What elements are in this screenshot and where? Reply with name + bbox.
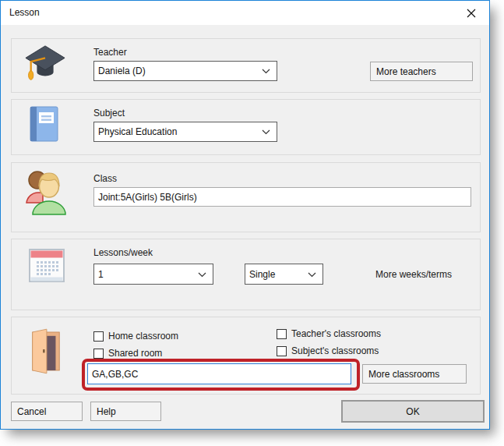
chevron-down-icon (308, 272, 316, 278)
more-teachers-button[interactable]: More teachers (370, 62, 473, 81)
ok-button[interactable]: OK (341, 400, 485, 423)
lessons-week-section: Lessons/week 1 Single More weeks/terms (11, 239, 481, 310)
lessons-count-combobox[interactable]: 1 (93, 264, 213, 285)
home-classroom-label: Home classroom (108, 331, 178, 342)
lesson-dialog: Lesson Teacher Daniela (D) (0, 0, 490, 430)
calendar-icon (29, 249, 65, 286)
classrooms-input[interactable]: GA,GB,GC (87, 363, 351, 384)
class-field-value: Joint:5A(Girls) 5B(Girls) (98, 192, 197, 203)
more-weeks-terms-link[interactable]: More weeks/terms (375, 269, 452, 280)
book-icon (27, 105, 60, 146)
subjects-classrooms-label: Subject's classrooms (291, 345, 379, 356)
home-classroom-checkbox[interactable] (93, 331, 104, 342)
class-label: Class (93, 173, 117, 184)
subject-combobox-value: Physical Education (98, 126, 177, 137)
subjects-classrooms-checkbox-row[interactable]: Subject's classrooms (277, 345, 379, 356)
lesson-duration-combobox[interactable]: Single (245, 264, 323, 285)
teacher-label: Teacher (93, 47, 127, 58)
door-icon (26, 327, 64, 377)
close-button[interactable] (463, 5, 479, 21)
shared-room-label: Shared room (108, 348, 162, 359)
more-classrooms-label: More classrooms (368, 369, 439, 380)
teacher-combobox-value: Daniela (D) (98, 65, 146, 76)
subject-section: Subject Physical Education (11, 99, 481, 155)
class-section: Class Joint:5A(Girls) 5B(Girls) (11, 162, 481, 232)
subjects-classrooms-checkbox[interactable] (277, 346, 287, 356)
class-field[interactable]: Joint:5A(Girls) 5B(Girls) (93, 187, 471, 207)
teachers-classrooms-checkbox-row[interactable]: Teacher's classrooms (277, 328, 381, 339)
teachers-classrooms-checkbox[interactable] (277, 329, 287, 339)
more-classrooms-button[interactable]: More classrooms (362, 364, 467, 384)
teacher-section: Teacher Daniela (D) More teachers (11, 38, 481, 93)
teachers-classrooms-label: Teacher's classrooms (291, 328, 381, 339)
graduation-cap-icon (24, 44, 66, 89)
lessons-week-label: Lessons/week (93, 247, 153, 258)
dialog-title: Lesson (9, 1, 40, 25)
more-teachers-label: More teachers (376, 66, 436, 77)
help-label: Help (97, 406, 116, 417)
teacher-combobox[interactable]: Daniela (D) (93, 61, 277, 81)
classrooms-input-value: GA,GB,GC (92, 369, 138, 380)
chevron-down-icon (198, 272, 206, 278)
subject-combobox[interactable]: Physical Education (93, 122, 277, 142)
chevron-down-icon (262, 129, 270, 135)
cancel-label: Cancel (17, 406, 46, 417)
home-classroom-checkbox-row[interactable]: Home classroom (93, 331, 178, 342)
students-icon (24, 168, 66, 219)
screenshot-stage: Lesson Teacher Daniela (D) (0, 0, 504, 446)
shared-room-checkbox[interactable] (93, 349, 104, 359)
lessons-count-value: 1 (98, 269, 104, 280)
ok-label: OK (406, 406, 419, 417)
classroom-section: Home classroom Shared room Teacher's cla… (11, 317, 481, 395)
lesson-duration-value: Single (249, 269, 275, 280)
shared-room-checkbox-row[interactable]: Shared room (93, 348, 162, 359)
help-button[interactable]: Help (90, 402, 161, 421)
close-icon (467, 9, 476, 18)
titlebar[interactable]: Lesson (1, 1, 489, 25)
subject-label: Subject (93, 108, 125, 119)
cancel-button[interactable]: Cancel (11, 402, 83, 421)
chevron-down-icon (262, 69, 270, 74)
